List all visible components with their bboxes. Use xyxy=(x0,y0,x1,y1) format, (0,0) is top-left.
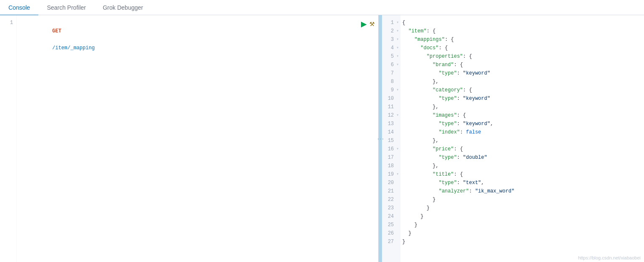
response-line-2: "item": { xyxy=(402,27,644,35)
response-line-num-17: 17 xyxy=(382,153,399,162)
response-line-num-24: 24 xyxy=(382,212,399,221)
editor-line-numbers: 1 xyxy=(0,15,17,262)
response-content: 1▾2▾3▾4▾5▾6▾789▾101112▾13141516▾171819▾2… xyxy=(382,15,644,262)
editor-panel: 1 GET /item/_mapping ▶ ⚒ xyxy=(0,15,379,262)
run-button[interactable]: ▶ xyxy=(361,19,367,29)
response-line-9: "category": { xyxy=(402,86,644,94)
response-line-num-8: 8 xyxy=(382,78,399,86)
main-content: 1 GET /item/_mapping ▶ ⚒ ⋮ 1▾2▾3▾4▾5▾6▾7… xyxy=(0,15,644,262)
response-line-10: "type": "keyword" xyxy=(402,94,644,103)
response-line-19: "title": { xyxy=(402,170,644,179)
response-line-num-3: 3▾ xyxy=(382,35,399,44)
response-line-23: } xyxy=(402,204,644,212)
response-line-4: "docs": { xyxy=(402,44,644,52)
response-line-num-4: 4▾ xyxy=(382,44,399,52)
response-line-num-23: 23 xyxy=(382,204,399,212)
response-line-num-10: 10 xyxy=(382,94,399,103)
response-line-17: "type": "double" xyxy=(402,153,644,162)
tab-console[interactable]: Console xyxy=(0,0,38,16)
response-line-20: "type": "text", xyxy=(402,179,644,187)
response-line-1: { xyxy=(402,19,644,27)
editor-code-area[interactable]: GET /item/_mapping xyxy=(17,15,378,262)
response-line-num-6: 6▾ xyxy=(382,61,399,69)
watermark: https://blog.csdn.net/xiabaobei xyxy=(578,255,641,260)
response-line-16: "price": { xyxy=(402,145,644,153)
response-line-num-1: 1▾ xyxy=(382,19,399,27)
response-line-num-5: 5▾ xyxy=(382,52,399,61)
response-line-num-15: 15 xyxy=(382,136,399,145)
response-line-num-14: 14 xyxy=(382,128,399,136)
tab-grok-debugger[interactable]: Grok Debugger xyxy=(94,0,152,16)
response-line-26: } xyxy=(402,229,644,238)
response-line-22: } xyxy=(402,195,644,204)
response-line-13: "type": "keyword", xyxy=(402,120,644,128)
editor-line-1: GET /item/_mapping xyxy=(22,19,378,27)
response-line-3: "mappings": { xyxy=(402,35,644,44)
response-line-11: }, xyxy=(402,103,644,111)
response-line-6: "brand": { xyxy=(402,61,644,69)
response-line-27: } xyxy=(402,238,644,246)
response-line-num-19: 19▾ xyxy=(382,170,399,179)
tab-bar: Console Search Profiler Grok Debugger xyxy=(0,0,644,15)
response-line-24: } xyxy=(402,212,644,221)
response-line-num-11: 11 xyxy=(382,103,399,111)
response-line-num-9: 9▾ xyxy=(382,86,399,94)
response-line-num-22: 22 xyxy=(382,195,399,204)
panel-divider[interactable]: ⋮ xyxy=(379,15,382,262)
response-line-num-12: 12▾ xyxy=(382,111,399,120)
response-line-18: }, xyxy=(402,162,644,170)
response-line-num-26: 26 xyxy=(382,229,399,238)
tab-search-profiler[interactable]: Search Profiler xyxy=(38,0,94,16)
response-line-num-2: 2▾ xyxy=(382,27,399,35)
response-line-5: "properties": { xyxy=(402,52,644,61)
response-line-21: "analyzer": "ik_max_word" xyxy=(402,187,644,195)
response-line-num-7: 7 xyxy=(382,69,399,78)
response-line-7: "type": "keyword" xyxy=(402,69,644,78)
response-line-num-20: 20 xyxy=(382,179,399,187)
response-line-num-16: 16▾ xyxy=(382,145,399,153)
response-line-8: }, xyxy=(402,78,644,86)
response-line-num-13: 13 xyxy=(382,120,399,128)
editor-content: 1 GET /item/_mapping ▶ ⚒ xyxy=(0,15,378,262)
response-line-25: } xyxy=(402,221,644,229)
response-line-14: "index": false xyxy=(402,128,644,136)
editor-actions: ▶ ⚒ xyxy=(361,19,375,29)
response-line-12: "images": { xyxy=(402,111,644,120)
response-line-num-18: 18 xyxy=(382,162,399,170)
response-line-num-21: 21 xyxy=(382,187,399,195)
response-line-num-25: 25 xyxy=(382,221,399,229)
settings-button[interactable]: ⚒ xyxy=(369,21,375,27)
response-line-numbers: 1▾2▾3▾4▾5▾6▾789▾101112▾13141516▾171819▾2… xyxy=(382,15,401,262)
response-panel: 1▾2▾3▾4▾5▾6▾789▾101112▾13141516▾171819▾2… xyxy=(382,15,644,262)
divider-icon: ⋮ xyxy=(377,136,384,142)
response-line-num-27: 27 xyxy=(382,238,399,246)
response-line-15: }, xyxy=(402,136,644,145)
response-code-area: { "item": { "mappings": { "docs": { "pro… xyxy=(401,15,644,262)
